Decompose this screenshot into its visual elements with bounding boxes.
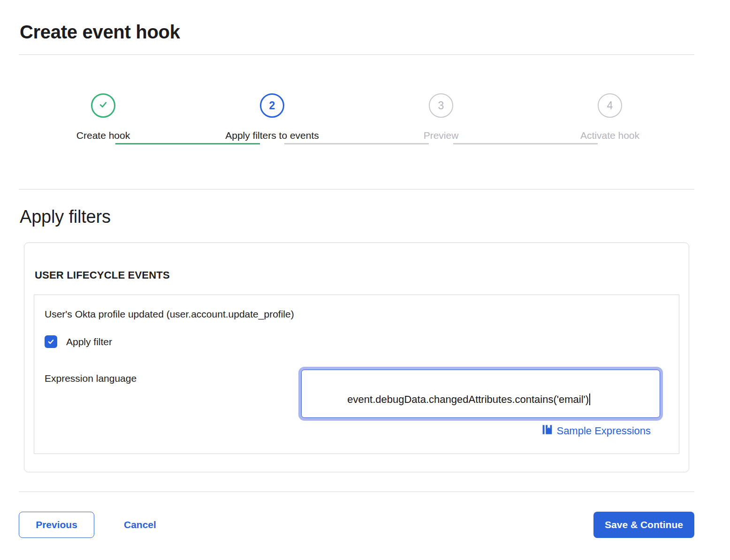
step-circle-upcoming[interactable]: 4 <box>598 93 622 118</box>
divider <box>19 189 694 189</box>
step-circle-complete[interactable] <box>91 93 115 118</box>
step-create-hook[interactable]: Create hook <box>19 93 188 141</box>
expression-language-label: Expression language <box>45 370 301 385</box>
event-group-heading: USER LIFECYCLE EVENTS <box>34 269 679 281</box>
step-circle-current[interactable]: 2 <box>260 93 284 118</box>
step-label: Apply filters to events <box>225 130 319 141</box>
apply-filter-row: Apply filter <box>45 335 669 348</box>
apply-filter-label[interactable]: Apply filter <box>66 336 112 348</box>
expression-value: event.debugData.changedAttributes.contai… <box>347 394 589 405</box>
expression-row: Expression language event.debugData.chan… <box>45 370 669 438</box>
expression-input[interactable]: event.debugData.changedAttributes.contai… <box>301 370 660 418</box>
page-content: Create event hook Create hook 2 Apply fi… <box>19 21 694 538</box>
step-number: 3 <box>438 99 444 112</box>
step-preview[interactable]: 3 Preview <box>357 93 525 141</box>
step-activate-hook[interactable]: 4 Activate hook <box>525 93 694 141</box>
text-caret <box>589 394 590 405</box>
apply-filter-checkbox[interactable] <box>45 335 57 348</box>
step-number: 4 <box>607 99 613 112</box>
section-heading: Apply filters <box>20 206 694 227</box>
step-apply-filters[interactable]: 2 Apply filters to events <box>188 93 357 141</box>
step-label: Create hook <box>76 130 130 141</box>
page-title: Create event hook <box>20 21 694 43</box>
step-circle-upcoming[interactable]: 3 <box>429 93 453 118</box>
step-label: Preview <box>424 130 459 141</box>
event-title: User's Okta profile updated (user.accoun… <box>45 308 669 320</box>
sample-expressions-label: Sample Expressions <box>556 425 651 437</box>
filters-card: USER LIFECYCLE EVENTS User's Okta profil… <box>24 242 689 472</box>
check-icon <box>47 338 55 346</box>
event-filter-box: User's Okta profile updated (user.accoun… <box>34 295 679 454</box>
book-icon <box>542 424 552 438</box>
cancel-link[interactable]: Cancel <box>124 519 156 530</box>
sample-expressions-row: Sample Expressions <box>301 424 651 438</box>
step-label: Activate hook <box>580 130 639 141</box>
previous-button[interactable]: Previous <box>19 512 94 538</box>
expression-field-wrap: event.debugData.changedAttributes.contai… <box>301 370 660 438</box>
sample-expressions-link[interactable]: Sample Expressions <box>542 424 651 438</box>
save-continue-button[interactable]: Save & Continue <box>593 512 694 538</box>
divider <box>19 492 694 492</box>
step-connector <box>115 143 260 144</box>
check-icon <box>97 98 109 113</box>
step-connector <box>284 143 429 144</box>
step-number: 2 <box>269 99 275 112</box>
footer-actions: Previous Cancel Save & Continue <box>19 512 694 538</box>
step-connector <box>453 143 598 144</box>
wizard-stepper: Create hook 2 Apply filters to events 3 … <box>19 55 694 189</box>
